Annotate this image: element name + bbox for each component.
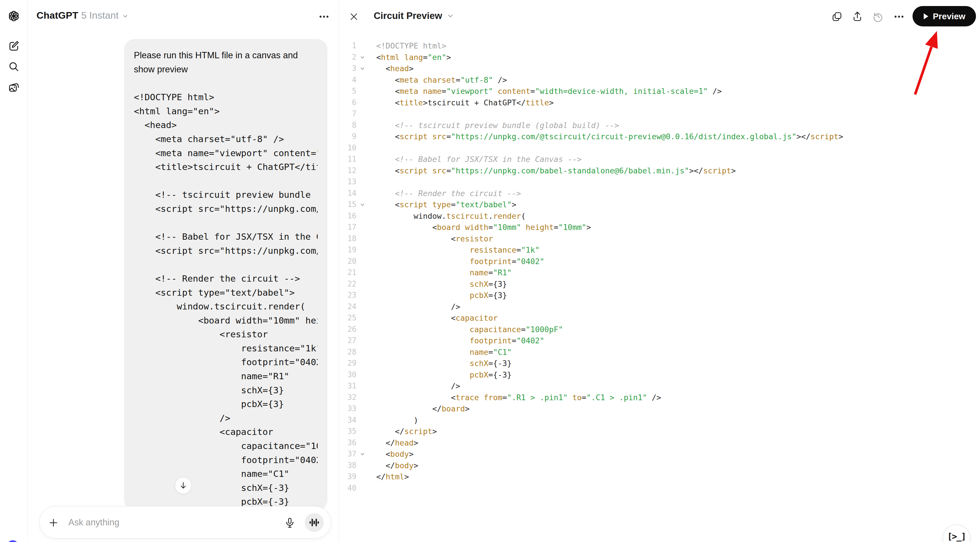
line-number: 33	[339, 403, 356, 415]
code-line: 32 <trace from=".R1 > .pin1" to=".C1 > .…	[339, 392, 980, 403]
code-line: 1<!DOCTYPE html>	[339, 40, 980, 52]
code-line: 28 name="C1"	[339, 346, 980, 358]
fold-gutter	[356, 278, 376, 290]
code-line: 14 <!-- Render the circuit -->	[339, 188, 980, 199]
library-icon[interactable]	[6, 80, 22, 96]
code-text: />	[376, 301, 460, 313]
code-text: pcbX={3}	[376, 290, 507, 301]
line-number: 22	[339, 278, 356, 290]
line-number: 12	[339, 165, 356, 176]
fold-gutter	[356, 358, 376, 369]
code-line: 33 </board>	[339, 403, 980, 415]
line-number: 28	[339, 346, 356, 358]
code-text: <title>tscircuit + ChatGPT</title>	[376, 97, 554, 108]
code-text: <resistor	[376, 233, 493, 245]
conversation-menu-icon[interactable]	[315, 10, 333, 23]
copy-icon[interactable]	[830, 10, 843, 23]
code-text: schX={-3}	[376, 358, 512, 369]
code-text: )	[376, 415, 418, 426]
voice-mode-button[interactable]	[305, 513, 324, 532]
line-number: 31	[339, 380, 356, 392]
close-icon[interactable]	[348, 10, 360, 23]
code-line: 21 name="R1"	[339, 267, 980, 278]
fold-gutter	[356, 120, 376, 131]
line-number: 16	[339, 210, 356, 222]
fold-chevron-icon[interactable]	[356, 448, 376, 460]
code-line: 19 resistance="1k"	[339, 244, 980, 256]
code-text: <head>	[376, 63, 414, 74]
line-number: 35	[339, 426, 356, 437]
code-editor[interactable]: 1<!DOCTYPE html>2<html lang="en">3 <head…	[339, 40, 980, 494]
line-number: 24	[339, 301, 356, 313]
code-line: 22 schX={3}	[339, 278, 980, 290]
code-text: window.tscircuit.render(	[376, 210, 526, 222]
preview-button[interactable]: Preview	[913, 6, 976, 26]
code-text: schX={3}	[376, 278, 507, 290]
fold-gutter	[356, 369, 376, 381]
fold-chevron-icon[interactable]	[356, 52, 376, 63]
code-text: />	[376, 380, 460, 392]
search-icon[interactable]	[6, 59, 22, 75]
fold-gutter	[356, 380, 376, 392]
fold-gutter	[356, 426, 376, 437]
fold-gutter	[356, 403, 376, 415]
line-number: 32	[339, 392, 356, 403]
code-text: </script>	[376, 426, 437, 437]
line-number: 37	[339, 448, 356, 460]
code-line: 27 footprint="0402"	[339, 335, 980, 346]
message-input[interactable]	[68, 506, 252, 538]
fold-gutter	[356, 483, 376, 494]
code-text: </head>	[376, 437, 418, 449]
line-number: 30	[339, 369, 356, 381]
attach-plus-icon[interactable]	[48, 518, 59, 528]
code-text: <!-- tscircuit preview bundle (global bu…	[376, 120, 619, 131]
fold-gutter	[356, 290, 376, 301]
line-number: 39	[339, 471, 356, 483]
code-line: 23 pcbX={3}	[339, 290, 980, 301]
code-line: 6 <title>tscircuit + ChatGPT</title>	[339, 97, 980, 108]
line-number: 18	[339, 233, 356, 245]
fold-gutter	[356, 188, 376, 199]
canvas-title: Circuit Preview	[374, 10, 442, 21]
line-number: 27	[339, 335, 356, 346]
code-text: <html lang="en">	[376, 52, 451, 63]
code-text: <capacitor	[376, 312, 498, 324]
fold-chevron-icon[interactable]	[356, 63, 376, 74]
fold-gutter	[356, 142, 376, 154]
openai-logo[interactable]	[6, 8, 22, 24]
share-icon[interactable]	[851, 10, 864, 23]
code-line: 35 </script>	[339, 426, 980, 437]
code-line: 17 <board width="10mm" height="10mm">	[339, 222, 980, 233]
code-text: footprint="0402"	[376, 256, 544, 267]
play-icon	[923, 13, 929, 20]
code-line: 36 </head>	[339, 437, 980, 449]
canvas-menu-icon[interactable]	[892, 10, 905, 23]
model-switcher[interactable]: ChatGPT 5 Instant	[37, 10, 128, 21]
code-line: 40	[339, 483, 980, 494]
fold-chevron-icon[interactable]	[356, 199, 376, 210]
code-line: 24 />	[339, 301, 980, 313]
console-icon: [>_]	[947, 531, 966, 541]
canvas-title-dropdown[interactable]: Circuit Preview	[374, 10, 454, 21]
mic-icon[interactable]	[284, 517, 295, 528]
line-number: 5	[339, 86, 356, 97]
code-text: <meta charset="utf-8" />	[376, 74, 507, 86]
code-line: 34 )	[339, 415, 980, 426]
line-number: 29	[339, 358, 356, 369]
arrow-down-icon	[179, 481, 188, 490]
code-text: <board width="10mm" height="10mm">	[376, 222, 591, 233]
code-text: resistance="1k"	[376, 244, 540, 256]
scroll-to-bottom-button[interactable]	[175, 477, 192, 494]
fold-gutter	[356, 471, 376, 483]
code-text: capacitance="1000pF"	[376, 324, 563, 335]
line-number: 3	[339, 63, 356, 74]
history-icon[interactable]	[872, 10, 885, 23]
sidebar	[0, 0, 27, 542]
fold-gutter	[356, 256, 376, 267]
fold-gutter	[356, 346, 376, 358]
fold-gutter	[356, 165, 376, 176]
user-avatar[interactable]	[7, 540, 19, 542]
chat-header: ChatGPT 5 Instant	[27, 0, 339, 32]
fold-gutter	[356, 108, 376, 120]
new-chat-icon[interactable]	[6, 38, 22, 54]
